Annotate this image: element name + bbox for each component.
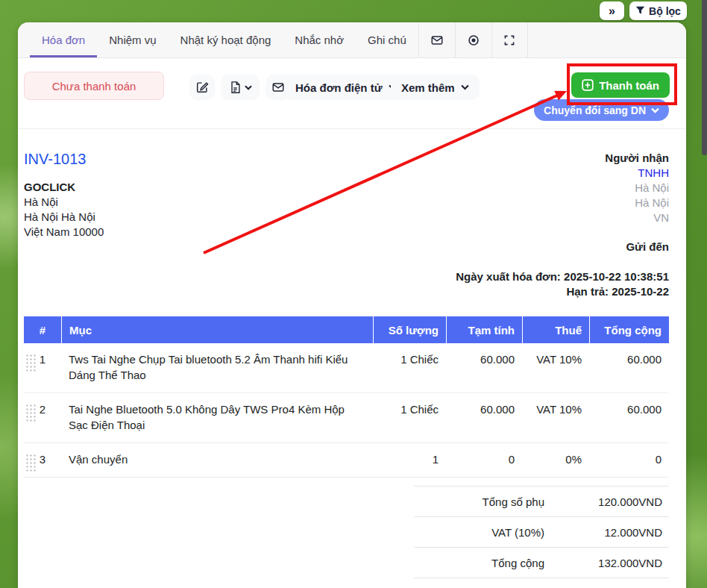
- edit-invoice-button[interactable]: [189, 75, 215, 100]
- totals-label: VAT (10%): [414, 526, 567, 539]
- drag-handle-icon[interactable]: [25, 454, 36, 473]
- due-date-line: Hạn trả: 2025-10-22: [456, 284, 669, 299]
- status-badge: Chưa thanh toán: [24, 72, 164, 100]
- einvoice-dropdown[interactable]: Hóa đơn điện tử: [285, 75, 407, 100]
- row-index: 3: [40, 453, 45, 466]
- customer-address-line: Hà Nội: [456, 181, 669, 196]
- einvoice-dropdown-label: Hóa đơn điện tử: [295, 81, 383, 94]
- download-pdf-button[interactable]: [221, 75, 260, 100]
- filter-button-label: Bộ lọc: [649, 5, 681, 17]
- tab-bar: Hóa đơnNhiệm vụNhật ký hoạt độngNhắc nhở…: [18, 22, 686, 58]
- item-tax: 0%: [522, 451, 589, 467]
- row-index: 1: [40, 353, 45, 366]
- tab-views[interactable]: [455, 22, 491, 57]
- convert-invoice-dropdown[interactable]: Chuyển đổi sang DN: [534, 99, 669, 121]
- funnel-icon: [635, 6, 645, 16]
- double-chevron-right-icon: »: [609, 4, 615, 18]
- drag-handle-icon[interactable]: [25, 404, 36, 423]
- more-actions-dropdown[interactable]: Xem thêm: [391, 75, 480, 100]
- envelope-icon: [430, 34, 444, 47]
- item-description: Tai Nghe Bluetooth 5.0 Không Dây TWS Pro…: [61, 401, 373, 433]
- tab-4[interactable]: Nhắc nhở: [283, 22, 356, 57]
- company-address-line: Hà Nội: [24, 195, 104, 210]
- items-table: # Mục Số lượng Tạm tính Thuế Tổng cộng 1…: [24, 316, 669, 478]
- invoice-to-block: Người nhận TNHH Hà Nội Hà Nội VN Gửi đến…: [456, 151, 669, 299]
- totals-row: Số tiền còn lại 132.000VND: [414, 578, 669, 588]
- table-row: 3 Vận chuyển 1 0 0% 0: [24, 443, 669, 478]
- row-index: 2: [40, 403, 45, 416]
- invoice-card: Hóa đơnNhiệm vụNhật ký hoạt độngNhắc nhở…: [18, 22, 686, 588]
- invoice-totals: Tổng số phụ 120.000VND VAT (10%) 12.000V…: [414, 486, 669, 588]
- item-subtotal: 60.000: [446, 351, 522, 383]
- totals-value: 120.000VND: [567, 495, 669, 508]
- item-subtotal: 0: [446, 451, 522, 467]
- item-total: 60.000: [589, 401, 669, 433]
- collapse-panel-button[interactable]: »: [600, 1, 624, 20]
- invoice-number: INV-1013: [24, 151, 104, 168]
- col-header-total: Tổng cộng: [589, 316, 669, 343]
- drag-handle-icon[interactable]: [25, 354, 36, 373]
- company-address-line: Việt Nam 10000: [24, 225, 104, 240]
- col-header-tax: Thuế: [522, 316, 589, 343]
- envelope-icon: [271, 81, 285, 94]
- plus-square-icon: [582, 79, 594, 91]
- tab-email-tracking[interactable]: [418, 22, 455, 57]
- invoice-toolbar: Chưa thanh toán Hóa đơn điện tử Xem thêm…: [18, 58, 686, 128]
- tab-5[interactable]: Ghi chú: [356, 22, 418, 57]
- col-header-index: #: [24, 316, 61, 343]
- tab-1[interactable]: Hóa đơn: [30, 22, 97, 57]
- customer-link[interactable]: TNHH: [638, 166, 669, 179]
- totals-row: Tổng cộng 132.000VND: [414, 547, 669, 578]
- tab-3[interactable]: Nhật ký hoạt động: [169, 22, 283, 57]
- tab-fullscreen[interactable]: [491, 22, 528, 57]
- item-qty: 1: [373, 451, 446, 467]
- item-description: Tws Tai Nghe Chụp Tai bluetooth 5.2 Âm T…: [61, 351, 373, 383]
- totals-label: Tổng cộng: [414, 557, 567, 569]
- invoice-from-block: INV-1013 GOCLICK Hà Nội Hà Nội Hà Nội Vi…: [24, 151, 104, 299]
- totals-row: Tổng số phụ 120.000VND: [414, 486, 669, 516]
- customer-address-line: VN: [456, 210, 669, 225]
- table-row: 1 Tws Tai Nghe Chụp Tai bluetooth 5.2 Âm…: [24, 343, 669, 393]
- invoice-detail-page: { "topbar": { "collapse": "»", "filter":…: [0, 0, 707, 588]
- ship-to-title: Gửi đến: [456, 240, 669, 254]
- company-name: GOCLICK: [24, 180, 104, 195]
- record-payment-label: Thanh toán: [599, 79, 659, 92]
- item-qty: 1 Chiếc: [373, 351, 446, 383]
- toolbar-divider: [18, 128, 686, 129]
- item-subtotal: 60.000: [446, 401, 522, 433]
- col-header-item: Mục: [61, 316, 373, 343]
- item-tax: VAT 10%: [522, 401, 589, 433]
- chevron-down-icon: [651, 107, 659, 113]
- record-payment-button[interactable]: Thanh toán: [571, 72, 670, 98]
- item-qty: 1 Chiếc: [373, 401, 446, 433]
- customer-address-line: Hà Nội: [456, 196, 669, 210]
- eye-icon: [467, 34, 480, 47]
- invoice-info: INV-1013 GOCLICK Hà Nội Hà Nội Hà Nội Vi…: [24, 151, 669, 299]
- tab-2[interactable]: Nhiệm vụ: [97, 22, 168, 57]
- col-header-subtotal: Tạm tính: [446, 316, 522, 343]
- totals-label: Tổng số phụ: [414, 495, 567, 508]
- company-address-line: Hà Nội Hà Nội: [24, 210, 104, 225]
- totals-row: VAT (10%) 12.000VND: [414, 516, 669, 547]
- pdf-file-icon: [229, 81, 242, 94]
- fullscreen-icon: [503, 34, 515, 46]
- items-table-header: # Mục Số lượng Tạm tính Thuế Tổng cộng: [24, 316, 669, 343]
- item-total: 60.000: [589, 351, 669, 383]
- item-description: Vận chuyển: [61, 451, 373, 467]
- chevron-down-icon: [245, 85, 252, 90]
- page-scrollbar[interactable]: [702, 0, 707, 155]
- filter-button[interactable]: Bộ lọc: [629, 1, 687, 20]
- item-tax: VAT 10%: [522, 351, 589, 383]
- bill-to-title: Người nhận: [456, 151, 669, 166]
- table-row: 2 Tai Nghe Bluetooth 5.0 Không Dây TWS P…: [24, 393, 669, 443]
- chevron-down-icon: [461, 84, 469, 90]
- col-header-qty: Số lượng: [373, 316, 446, 343]
- totals-value: 12.000VND: [567, 526, 669, 539]
- pencil-square-icon: [195, 81, 209, 94]
- status-badge-label: Chưa thanh toán: [52, 80, 136, 93]
- totals-value: 132.000VND: [567, 557, 669, 569]
- item-total: 0: [589, 451, 669, 467]
- invoice-date-line: Ngày xuất hóa đơn: 2025-10-22 10:38:51: [456, 269, 669, 284]
- convert-invoice-label: Chuyển đổi sang DN: [544, 104, 646, 116]
- more-actions-label: Xem thêm: [401, 81, 455, 94]
